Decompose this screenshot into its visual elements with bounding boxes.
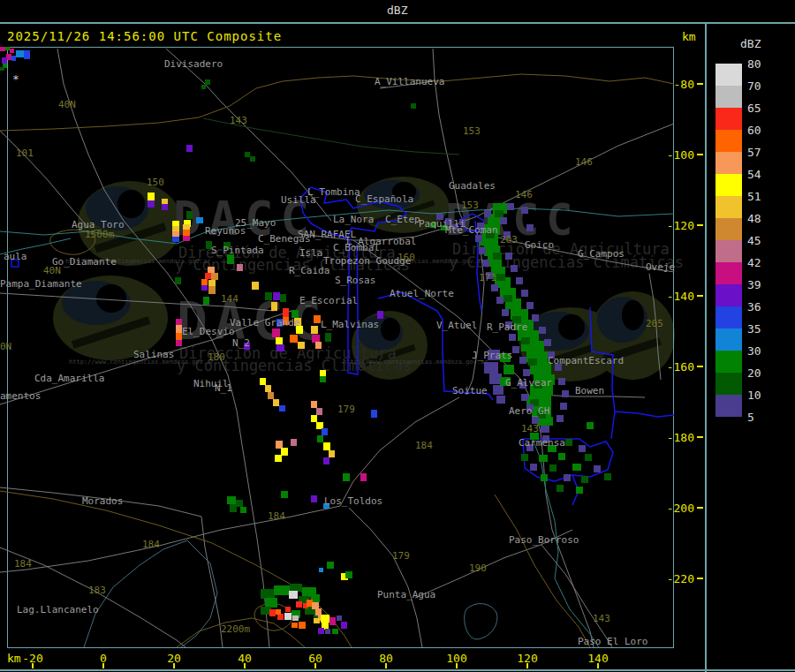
road-number-label: 184 — [142, 540, 160, 550]
radar-app-window: DACC DACC DACC Dirección de Agricultura … — [0, 0, 795, 672]
place-label: Isla — [299, 248, 323, 259]
place-label: C_Benegas — [258, 234, 311, 245]
place-label: El_Desvio — [182, 327, 235, 337]
place-label: Go_Diamante — [52, 257, 117, 268]
road-number-label: 179 — [337, 404, 355, 415]
place-label: Morados — [82, 496, 123, 507]
place-label: Oveje — [646, 262, 675, 273]
place-label: E_Escorial — [299, 296, 358, 306]
road-number-label: 101 — [16, 148, 34, 159]
road-number-label: 40N — [43, 266, 61, 276]
road-number-label: 146 — [575, 157, 593, 168]
place-label: S_Pintada — [211, 245, 264, 256]
road-number-label: 184 — [268, 511, 285, 522]
road-number-label: 190 — [469, 563, 487, 574]
road-number-label: 179 — [392, 551, 410, 562]
road-number-label: 180 — [208, 352, 225, 363]
map-label-layer: DivisaderoA_VillanuevaGuadales25_MayoUsi… — [0, 0, 795, 672]
place-label: Carmensa — [519, 438, 565, 449]
road-number-label: 160 — [398, 253, 415, 263]
place-label: Punta_Agua — [377, 590, 435, 600]
place-label: N_2 — [232, 338, 250, 349]
place-label: S_Rosas — [335, 276, 375, 286]
place-label: C_Etep — [385, 215, 420, 225]
road-number-label: 203 — [500, 235, 518, 245]
place-label: L_Tombina — [307, 187, 360, 198]
place-label: Paso El Loro — [578, 637, 647, 647]
place-label: Paso_Borroso — [509, 535, 579, 546]
place-label: Los_Toldos — [324, 496, 382, 507]
place-label: V_Atuel — [436, 321, 477, 331]
place-label: amentos — [0, 391, 41, 402]
place-label: N_1 — [215, 383, 232, 394]
road-number-label: 40N — [58, 100, 76, 110]
place-label: C_Bombal — [333, 243, 380, 253]
place-label: aula — [4, 252, 27, 262]
place-label: La_Nora — [333, 215, 374, 225]
road-number-label: 150 — [147, 177, 164, 188]
road-number-label: 146 — [515, 190, 533, 200]
place-label: Soitue — [452, 386, 488, 396]
road-number-label: 184 — [14, 559, 32, 570]
road-number-label: 2200m — [221, 624, 250, 635]
place-label: G_Campos — [578, 249, 625, 260]
place-label: * — [12, 74, 19, 85]
place-label: Atuel_Norte — [390, 289, 454, 299]
place-label: Bowen — [575, 386, 604, 396]
road-number-label: 184 — [415, 441, 433, 451]
place-label: Reyunos — [205, 226, 246, 237]
road-number-label: 143 — [593, 614, 610, 624]
place-label: G_Alvear — [505, 378, 552, 389]
place-label: Divisadero — [164, 59, 223, 70]
place-label: CompantEscard — [548, 356, 624, 366]
place-label: A_Villanueva — [375, 77, 444, 87]
place-label: C_Española — [355, 194, 413, 205]
place-label: Aero_GH — [509, 406, 549, 417]
place-label: Cda_Amarilla — [34, 374, 104, 384]
road-number-label: 143 — [521, 424, 539, 434]
place-label: Lag.Llancanelo — [17, 605, 99, 615]
place-label: Mte_Coman — [445, 225, 498, 236]
road-number-label: 1500m — [85, 230, 114, 240]
place-label: J_Prats — [472, 351, 512, 361]
road-number-label: 153 — [463, 126, 481, 137]
place-label: Valle Grande — [230, 318, 299, 328]
place-label: Pampa_Diamante — [0, 279, 82, 290]
road-number-label: 153 — [461, 200, 479, 211]
place-label: Guadales — [449, 181, 496, 192]
place-label: R_Caida — [289, 266, 329, 276]
place-label: L_Malvinas — [321, 320, 379, 330]
place-label: R_Padre — [487, 322, 527, 333]
place-label: Goico — [525, 240, 554, 251]
place-label: Salinas — [133, 350, 174, 360]
road-number-label: 143 — [230, 116, 247, 126]
road-number-label: 0N — [0, 342, 11, 352]
road-number-label: 183 — [88, 585, 106, 596]
road-number-label: 144 — [221, 294, 238, 305]
road-number-label: 171 — [479, 273, 496, 283]
road-number-label: 205 — [646, 319, 663, 329]
